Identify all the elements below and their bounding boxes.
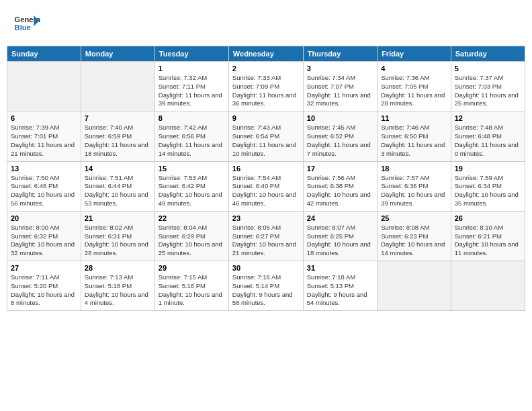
day-info: Sunrise: 7:11 AM Sunset: 5:20 PM Dayligh…: [11, 273, 77, 308]
col-header-sunday: Sunday: [7, 46, 81, 62]
calendar-cell: 14Sunrise: 7:51 AM Sunset: 6:44 PM Dayli…: [81, 161, 154, 211]
day-number: 16: [232, 165, 300, 173]
calendar-cell: 16Sunrise: 7:54 AM Sunset: 6:40 PM Dayli…: [228, 161, 303, 211]
calendar-cell: 3Sunrise: 7:34 AM Sunset: 7:07 PM Daylig…: [303, 62, 377, 111]
calendar-cell: 17Sunrise: 7:56 AM Sunset: 6:38 PM Dayli…: [303, 161, 377, 211]
day-info: Sunrise: 7:51 AM Sunset: 6:44 PM Dayligh…: [85, 174, 151, 208]
calendar-cell: 26Sunrise: 8:10 AM Sunset: 6:21 PM Dayli…: [451, 211, 525, 261]
day-info: Sunrise: 7:50 AM Sunset: 6:46 PM Dayligh…: [11, 174, 77, 208]
day-number: 19: [455, 165, 521, 173]
day-number: 4: [381, 64, 447, 73]
calendar-cell: 30Sunrise: 7:16 AM Sunset: 5:14 PM Dayli…: [228, 261, 303, 311]
calendar-cell: 15Sunrise: 7:53 AM Sunset: 6:42 PM Dayli…: [154, 161, 228, 211]
day-info: Sunrise: 7:42 AM Sunset: 6:56 PM Dayligh…: [159, 124, 225, 158]
day-number: 23: [232, 214, 300, 222]
day-number: 8: [159, 114, 225, 122]
day-number: 21: [85, 214, 151, 222]
day-info: Sunrise: 7:40 AM Sunset: 6:59 PM Dayligh…: [85, 124, 151, 158]
day-number: 9: [232, 114, 300, 122]
day-info: Sunrise: 7:43 AM Sunset: 6:54 PM Dayligh…: [232, 124, 300, 158]
page-header: General Blue: [7, 7, 525, 40]
day-info: Sunrise: 7:56 AM Sunset: 6:38 PM Dayligh…: [307, 174, 373, 208]
day-number: 6: [11, 114, 77, 122]
logo: General Blue: [13, 10, 43, 37]
week-row-4: 20Sunrise: 8:00 AM Sunset: 6:32 PM Dayli…: [7, 211, 525, 261]
day-number: 5: [455, 64, 521, 73]
day-number: 30: [232, 264, 300, 272]
calendar-cell: 5Sunrise: 7:37 AM Sunset: 7:03 PM Daylig…: [451, 62, 525, 111]
day-info: Sunrise: 8:05 AM Sunset: 6:27 PM Dayligh…: [232, 224, 300, 258]
day-number: 26: [455, 214, 521, 222]
week-row-2: 6Sunrise: 7:39 AM Sunset: 7:01 PM Daylig…: [7, 111, 525, 161]
day-info: Sunrise: 7:57 AM Sunset: 6:36 PM Dayligh…: [381, 174, 447, 208]
day-number: 12: [455, 114, 521, 122]
day-number: 14: [85, 165, 151, 173]
calendar-cell: 1Sunrise: 7:32 AM Sunset: 7:11 PM Daylig…: [154, 62, 228, 111]
day-number: 15: [159, 165, 225, 173]
calendar-cell: 29Sunrise: 7:15 AM Sunset: 5:16 PM Dayli…: [154, 261, 228, 311]
day-info: Sunrise: 8:10 AM Sunset: 6:21 PM Dayligh…: [455, 224, 521, 258]
week-row-1: 1Sunrise: 7:32 AM Sunset: 7:11 PM Daylig…: [7, 62, 525, 111]
day-number: 10: [307, 114, 373, 122]
day-info: Sunrise: 7:45 AM Sunset: 6:52 PM Dayligh…: [307, 124, 373, 158]
day-number: 17: [307, 165, 373, 173]
day-info: Sunrise: 7:53 AM Sunset: 6:42 PM Dayligh…: [159, 174, 225, 208]
day-number: 28: [85, 264, 151, 272]
col-header-saturday: Saturday: [451, 46, 525, 62]
day-number: 7: [85, 114, 151, 122]
col-header-wednesday: Wednesday: [228, 46, 303, 62]
day-info: Sunrise: 7:48 AM Sunset: 6:48 PM Dayligh…: [455, 124, 521, 158]
day-info: Sunrise: 7:46 AM Sunset: 6:50 PM Dayligh…: [381, 124, 447, 158]
calendar-cell: 31Sunrise: 7:18 AM Sunset: 5:13 PM Dayli…: [303, 261, 377, 311]
calendar-header-row: SundayMondayTuesdayWednesdayThursdayFrid…: [7, 46, 525, 62]
calendar-table: SundayMondayTuesdayWednesdayThursdayFrid…: [7, 46, 525, 311]
calendar-cell: 25Sunrise: 8:08 AM Sunset: 6:23 PM Dayli…: [378, 211, 451, 261]
day-info: Sunrise: 7:15 AM Sunset: 5:16 PM Dayligh…: [159, 273, 225, 308]
day-number: 3: [307, 64, 373, 73]
day-number: 18: [381, 165, 447, 173]
day-info: Sunrise: 7:33 AM Sunset: 7:09 PM Dayligh…: [232, 74, 300, 108]
day-number: 31: [307, 264, 373, 272]
day-number: 13: [11, 165, 77, 173]
calendar-cell: [81, 62, 154, 111]
day-number: 29: [159, 264, 225, 272]
calendar-cell: 22Sunrise: 8:04 AM Sunset: 6:29 PM Dayli…: [154, 211, 228, 261]
col-header-tuesday: Tuesday: [154, 46, 228, 62]
calendar-cell: [378, 261, 451, 311]
calendar-cell: 20Sunrise: 8:00 AM Sunset: 6:32 PM Dayli…: [7, 211, 81, 261]
calendar-cell: 13Sunrise: 7:50 AM Sunset: 6:46 PM Dayli…: [7, 161, 81, 211]
day-info: Sunrise: 8:07 AM Sunset: 6:25 PM Dayligh…: [307, 224, 373, 258]
col-header-thursday: Thursday: [303, 46, 377, 62]
calendar-cell: 27Sunrise: 7:11 AM Sunset: 5:20 PM Dayli…: [7, 261, 81, 311]
day-info: Sunrise: 7:13 AM Sunset: 5:18 PM Dayligh…: [85, 273, 151, 308]
week-row-5: 27Sunrise: 7:11 AM Sunset: 5:20 PM Dayli…: [7, 261, 525, 311]
day-number: 2: [232, 64, 300, 73]
calendar-cell: 28Sunrise: 7:13 AM Sunset: 5:18 PM Dayli…: [81, 261, 154, 311]
week-row-3: 13Sunrise: 7:50 AM Sunset: 6:46 PM Dayli…: [7, 161, 525, 211]
calendar-cell: [7, 62, 81, 111]
calendar-cell: 11Sunrise: 7:46 AM Sunset: 6:50 PM Dayli…: [378, 111, 451, 161]
calendar-cell: 24Sunrise: 8:07 AM Sunset: 6:25 PM Dayli…: [303, 211, 377, 261]
day-info: Sunrise: 8:04 AM Sunset: 6:29 PM Dayligh…: [159, 224, 225, 258]
day-info: Sunrise: 7:37 AM Sunset: 7:03 PM Dayligh…: [455, 74, 521, 108]
day-info: Sunrise: 7:16 AM Sunset: 5:14 PM Dayligh…: [232, 273, 300, 308]
calendar-cell: 2Sunrise: 7:33 AM Sunset: 7:09 PM Daylig…: [228, 62, 303, 111]
col-header-friday: Friday: [378, 46, 451, 62]
day-number: 27: [11, 264, 77, 272]
day-info: Sunrise: 7:36 AM Sunset: 7:05 PM Dayligh…: [381, 74, 447, 108]
svg-text:Blue: Blue: [15, 24, 31, 32]
calendar-cell: 10Sunrise: 7:45 AM Sunset: 6:52 PM Dayli…: [303, 111, 377, 161]
day-number: 1: [159, 64, 225, 73]
calendar-cell: 7Sunrise: 7:40 AM Sunset: 6:59 PM Daylig…: [81, 111, 154, 161]
day-number: 22: [159, 214, 225, 222]
day-info: Sunrise: 7:34 AM Sunset: 7:07 PM Dayligh…: [307, 74, 373, 108]
calendar-cell: 12Sunrise: 7:48 AM Sunset: 6:48 PM Dayli…: [451, 111, 525, 161]
day-info: Sunrise: 8:02 AM Sunset: 6:31 PM Dayligh…: [85, 224, 151, 258]
calendar-cell: 23Sunrise: 8:05 AM Sunset: 6:27 PM Dayli…: [228, 211, 303, 261]
day-info: Sunrise: 7:54 AM Sunset: 6:40 PM Dayligh…: [232, 174, 300, 208]
calendar-cell: 19Sunrise: 7:59 AM Sunset: 6:34 PM Dayli…: [451, 161, 525, 211]
day-info: Sunrise: 8:00 AM Sunset: 6:32 PM Dayligh…: [11, 224, 77, 258]
calendar-cell: [451, 261, 525, 311]
day-number: 20: [11, 214, 77, 222]
calendar-cell: 18Sunrise: 7:57 AM Sunset: 6:36 PM Dayli…: [378, 161, 451, 211]
